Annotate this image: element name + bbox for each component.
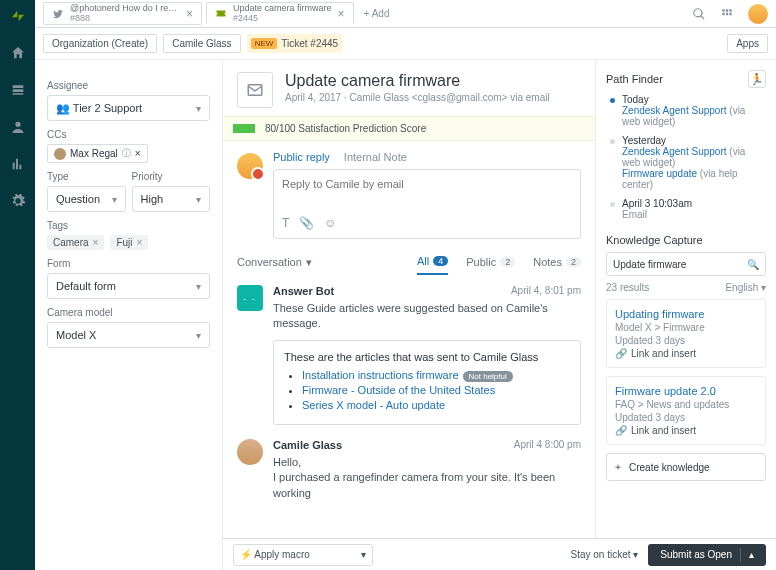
tab-conversation[interactable]: Conversation ▾ [237,256,312,275]
assignee-label: Assignee [47,80,210,91]
ticket-footer: ⚡ Apply macro▾ Stay on ticket ▾ Submit a… [223,538,776,570]
assignee-select[interactable]: 👥 Tier 2 Support▾ [47,95,210,121]
context-panel: Path Finder🏃 Today Zendesk Agent Support… [596,60,776,570]
breadcrumb: Organization (Create) Camile Glass NEW T… [35,28,776,60]
close-icon: × [93,237,99,248]
submit-button[interactable]: Submit as Open▴ [648,544,766,566]
search-icon: 🔍 [747,259,759,270]
create-knowledge-button[interactable]: ＋Create knowledge [606,453,766,481]
article-link[interactable]: Series X model - Auto update [302,399,445,411]
link-icon: 🔗 [615,348,627,359]
timeline-link[interactable]: Firmware update [622,168,697,179]
user-avatar[interactable] [748,4,768,24]
apps-grid-icon[interactable] [720,7,734,21]
path-finder-title: Path Finder [606,73,663,85]
ccs-label: CCs [47,129,210,140]
camera-model-select[interactable]: Model X▾ [47,322,210,348]
results-count: 23 results [606,282,649,293]
timeline-item: Today Zendesk Agent Support (via web wid… [610,94,766,127]
priority-select[interactable]: High▾ [132,186,211,212]
tags-label: Tags [47,220,210,231]
knowledge-card[interactable]: Firmware update 2.0 FAQ > News and updat… [606,376,766,445]
text-format-icon[interactable]: T [282,216,289,230]
requester-avatar [237,439,263,465]
tab-internal-note[interactable]: Internal Note [344,151,407,163]
reports-icon[interactable] [10,156,26,175]
tab-title: Update camera firmware [233,4,332,14]
not-helpful-badge: Not helpful [463,371,513,382]
chevron-up-icon: ▴ [749,549,754,560]
ticket-icon [215,8,227,20]
ticket-meta: April 4, 2017 · Camile Glass <cglass@gma… [285,92,550,103]
event-author: Camile Glass [273,439,342,451]
agent-avatar [237,153,263,179]
answer-bot-avatar: - - [237,285,263,311]
event-time: April 4, 8:01 pm [511,285,581,297]
camera-model-label: Camera model [47,307,210,318]
article-link[interactable]: Firmware - Outside of the United States [302,384,495,396]
tab-ticket-2445[interactable]: Update camera firmware #2445 × [206,2,354,25]
reply-textarea[interactable] [282,178,572,210]
stay-on-ticket[interactable]: Stay on ticket ▾ [570,549,638,560]
close-icon[interactable]: × [186,7,193,21]
close-icon[interactable]: × [338,7,345,21]
apps-button[interactable]: Apps [727,34,768,53]
tab-all[interactable]: All4 [417,255,448,275]
tab-number: #2445 [233,13,332,23]
tab-public[interactable]: Public2 [466,256,515,274]
knowledge-capture-title: Knowledge Capture [606,234,766,246]
status-badge: NEW [251,38,278,49]
requester-pill[interactable]: Camile Glass [163,34,240,53]
attachment-icon[interactable]: 📎 [299,216,314,230]
customers-icon[interactable] [10,119,26,138]
event-time: April 4 8:00 pm [514,439,581,451]
chevron-down-icon: ▾ [361,549,366,560]
views-icon[interactable] [10,82,26,101]
timeline-item: Yesterday Zendesk Agent Support (via web… [610,135,766,190]
form-select[interactable]: Default form▾ [47,273,210,299]
tab-public-reply[interactable]: Public reply [273,151,330,163]
ticket-subject: Update camera firmware [285,72,550,90]
chevron-down-icon: ▾ [196,103,201,114]
close-icon: × [137,237,143,248]
ticket-properties: Assignee 👥 Tier 2 Support▾ CCs Max Regal… [35,60,223,570]
add-tab[interactable]: + Add [358,8,396,19]
type-label: Type [47,171,126,182]
chevron-down-icon: ▾ [306,256,312,269]
timeline-link[interactable]: Zendesk Agent Support [622,105,727,116]
satisfaction-score: 80/100 Satisfaction Prediction Score [223,116,595,141]
conversation-pane: Update camera firmware April 4, 2017 · C… [223,60,596,570]
language-select[interactable]: English ▾ [725,282,766,293]
link-icon: 🔗 [615,425,627,436]
path-timeline: Today Zendesk Agent Support (via web wid… [610,94,766,220]
info-icon [122,147,131,160]
home-icon[interactable] [10,45,26,64]
emoji-icon[interactable]: ☺ [324,216,336,230]
close-icon[interactable]: × [135,148,141,159]
knowledge-search[interactable]: Update firmware 🔍 [606,252,766,276]
tab-ticket-888[interactable]: @photonerd How do I reset... #888 × [43,2,202,25]
tag-chip[interactable]: Camera× [47,235,104,250]
knowledge-card[interactable]: Updating firmware Model X > Firmware Upd… [606,299,766,368]
event-text: Hello, I purchased a rangefinder camera … [273,455,581,501]
search-icon[interactable] [692,7,706,21]
tab-number: #888 [70,13,180,23]
ticket-pill[interactable]: NEW Ticket #2445 [247,34,343,53]
priority-label: Priority [132,171,211,182]
tag-chip[interactable]: Fuji× [110,235,148,250]
reply-editor[interactable]: T 📎 ☺ [273,169,581,239]
score-bar [233,124,255,133]
cc-chip[interactable]: Max Regal × [47,144,148,163]
type-select[interactable]: Question▾ [47,186,126,212]
org-pill[interactable]: Organization (Create) [43,34,157,53]
zendesk-logo-icon [10,8,26,27]
tab-notes[interactable]: Notes2 [533,256,581,274]
timeline-link[interactable]: Zendesk Agent Support [622,146,727,157]
running-icon[interactable]: 🏃 [748,70,766,88]
nav-rail [0,0,35,570]
event-text: These Guide articles were suggested base… [273,301,581,332]
twitter-icon [52,8,64,20]
apply-macro-select[interactable]: ⚡ Apply macro▾ [233,544,373,566]
admin-icon[interactable] [10,193,26,212]
article-link[interactable]: Installation instructions firmware [302,369,459,381]
